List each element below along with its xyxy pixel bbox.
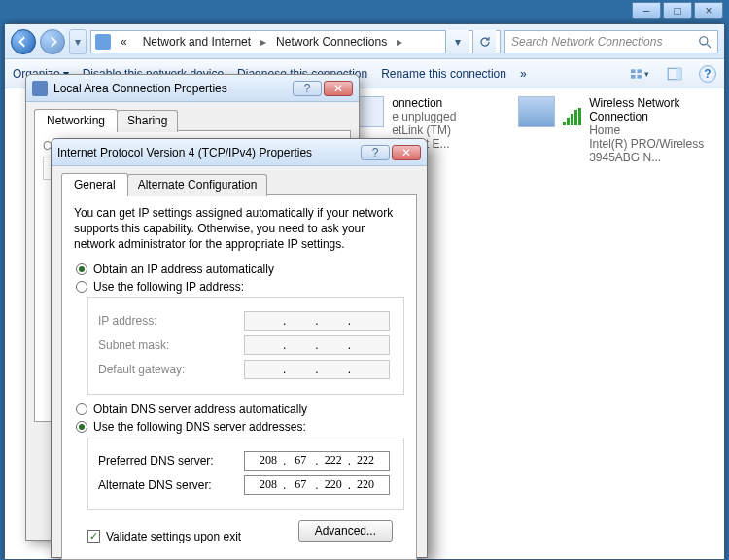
search-icon xyxy=(698,35,712,49)
dialog-titlebar[interactable]: Local Area Connection Properties ? ✕ xyxy=(26,75,359,102)
minimize-icon: – xyxy=(643,4,650,18)
chevron-right-icon[interactable]: ▸ xyxy=(397,35,402,49)
preferred-dns-input[interactable]: 208. 67. 222. 222 xyxy=(244,451,390,471)
radio-ip-manual[interactable]: Use the following IP address: xyxy=(76,280,404,294)
dialog-titlebar[interactable]: Internet Protocol Version 4 (TCP/IPv4) P… xyxy=(52,139,427,166)
address-bar[interactable]: « Network and Internet ▸ Network Connect… xyxy=(90,30,501,53)
window-maximize-button[interactable]: □ xyxy=(663,2,692,19)
gateway-label: Default gateway: xyxy=(98,363,244,376)
back-button[interactable] xyxy=(11,29,36,54)
network-adapter-icon xyxy=(357,96,384,127)
search-placeholder: Search Network Connections xyxy=(511,35,662,49)
svg-rect-2 xyxy=(637,69,642,73)
chevron-down-icon: ▾ xyxy=(644,69,649,79)
tab-sharing[interactable]: Sharing xyxy=(117,110,178,132)
chevron-right-icon[interactable]: ▸ xyxy=(260,35,266,49)
dialog-title: Local Area Connection Properties xyxy=(53,82,227,95)
close-icon: × xyxy=(705,4,712,18)
svg-point-0 xyxy=(700,36,708,44)
window-close-button[interactable]: × xyxy=(694,2,723,19)
preview-pane-button[interactable] xyxy=(664,63,685,85)
window-minimize-button[interactable]: – xyxy=(632,2,661,19)
advanced-button[interactable]: Advanced... xyxy=(298,520,393,542)
ip-address-input: ... xyxy=(244,311,390,331)
subnet-mask-label: Subnet mask: xyxy=(98,338,244,352)
refresh-button[interactable] xyxy=(472,30,496,53)
preferred-dns-label: Preferred DNS server: xyxy=(98,454,244,468)
address-dropdown-button[interactable]: ▾ xyxy=(445,30,469,53)
tab-networking[interactable]: Networking xyxy=(34,109,118,131)
connection-item-wifi[interactable]: Wireless Network Connection Home Intel(R… xyxy=(518,96,712,551)
svg-rect-3 xyxy=(631,74,636,78)
svg-rect-4 xyxy=(637,74,642,78)
forward-button[interactable] xyxy=(40,29,65,54)
tab-alternate-configuration[interactable]: Alternate Configuration xyxy=(127,174,268,196)
alternate-dns-label: Alternate DNS server: xyxy=(98,478,244,492)
navigation-bar: ▾ « Network and Internet ▸ Network Conne… xyxy=(5,24,724,59)
radio-icon xyxy=(76,421,87,433)
connection-title: Wireless Network Connection xyxy=(589,96,712,123)
radio-icon xyxy=(76,403,87,415)
dialog-help-button[interactable]: ? xyxy=(293,81,322,96)
svg-rect-1 xyxy=(631,69,636,73)
radio-label: Obtain DNS server address automatically xyxy=(93,402,307,416)
svg-rect-6 xyxy=(676,68,681,79)
dialog-title: Internet Protocol Version 4 (TCP/IPv4) P… xyxy=(57,146,312,159)
general-tab-page: You can get IP settings assigned automat… xyxy=(61,194,417,560)
dns-group: Preferred DNS server: 208. 67. 222. 222 … xyxy=(87,438,404,510)
rename-button[interactable]: Rename this connection xyxy=(381,67,506,81)
radio-dns-manual[interactable]: Use the following DNS server addresses: xyxy=(76,420,404,434)
dialog-close-button[interactable]: ✕ xyxy=(392,145,421,160)
ip-address-label: IP address: xyxy=(98,314,244,328)
breadcrumb-item[interactable]: Network Connections xyxy=(270,35,393,49)
connection-status: Home xyxy=(589,123,712,137)
view-options-button[interactable]: ▾ xyxy=(629,63,650,85)
signal-strength-icon xyxy=(563,108,581,125)
checkbox-icon xyxy=(87,530,100,542)
radio-ip-auto[interactable]: Obtain an IP address automatically xyxy=(76,262,404,276)
ipv4-properties-dialog: Internet Protocol Version 4 (TCP/IPv4) P… xyxy=(51,138,428,558)
maximize-icon: □ xyxy=(674,4,680,18)
more-commands-button[interactable]: » xyxy=(520,67,527,81)
radio-label: Obtain an IP address automatically xyxy=(93,262,274,276)
ip-address-group: IP address: ... Subnet mask: ... Default… xyxy=(87,298,404,395)
radio-dns-auto[interactable]: Obtain DNS server address automatically xyxy=(76,402,404,416)
alternate-dns-input[interactable]: 208. 67. 220. 220 xyxy=(244,475,390,495)
location-icon xyxy=(95,34,111,50)
radio-icon xyxy=(76,263,87,275)
dialog-icon xyxy=(32,81,48,96)
connection-adapter: Intel(R) PRO/Wireless 3945ABG N... xyxy=(589,137,712,164)
subnet-mask-input: ... xyxy=(244,335,390,355)
radio-icon xyxy=(76,281,87,293)
gateway-input: ... xyxy=(244,360,390,379)
connection-title: onnection xyxy=(392,96,479,110)
breadcrumb-item[interactable]: Network and Internet xyxy=(137,35,257,49)
monitor-icon xyxy=(518,96,555,127)
radio-label: Use the following IP address: xyxy=(93,280,244,294)
dialog-help-button[interactable]: ? xyxy=(361,145,390,160)
connection-status: e unplugged xyxy=(392,110,479,123)
breadcrumb-prefix[interactable]: « xyxy=(115,35,133,49)
tab-general[interactable]: General xyxy=(61,173,128,195)
checkbox-label: Validate settings upon exit xyxy=(106,530,241,543)
help-button[interactable]: ? xyxy=(699,65,716,83)
search-input[interactable]: Search Network Connections xyxy=(504,30,718,53)
dialog-close-button[interactable]: ✕ xyxy=(324,81,353,96)
info-text: You can get IP settings assigned automat… xyxy=(74,205,404,253)
validate-checkbox[interactable]: Validate settings upon exit xyxy=(87,530,241,543)
radio-label: Use the following DNS server addresses: xyxy=(93,420,306,434)
recent-locations-button[interactable]: ▾ xyxy=(69,29,87,54)
